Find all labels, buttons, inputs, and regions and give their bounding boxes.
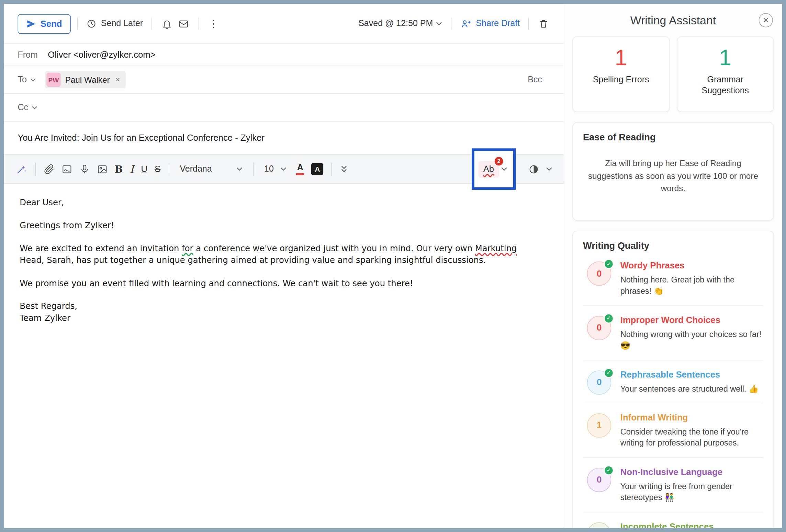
from-label: From xyxy=(18,50,37,60)
strikethrough-glyph: S xyxy=(155,164,161,174)
divider xyxy=(35,163,36,176)
stat-card: 1Spelling Errors xyxy=(572,36,670,112)
editor-options-dropdown[interactable] xyxy=(542,164,555,173)
stat-value: 1 xyxy=(573,45,669,70)
spellcheck-button[interactable]: Ab 2 xyxy=(478,161,499,177)
font-color-icon: A xyxy=(296,163,304,175)
paperclip-icon xyxy=(44,164,55,174)
cc-row[interactable]: Cc xyxy=(4,94,564,122)
contrast-icon xyxy=(528,164,539,174)
font-family-value: Verdana xyxy=(180,164,212,174)
email-paragraph: We are excited to extend an invitation f… xyxy=(20,243,532,266)
more-options-button[interactable]: ⋮ xyxy=(205,15,222,33)
quality-count-badge: 0✓ xyxy=(587,262,611,286)
font-color-button[interactable]: A xyxy=(292,161,308,178)
saved-versions-dropdown[interactable] xyxy=(433,19,445,28)
chevron-down-icon xyxy=(436,22,442,26)
quality-item[interactable]: 0✓Non-Inclusive LanguageYour writing is … xyxy=(583,457,763,511)
spellcheck-glyph: Ab xyxy=(483,164,494,174)
mail-compose-window: Send Send Later ⋮ Sa xyxy=(4,4,782,528)
insert-image-button[interactable] xyxy=(93,161,111,177)
quality-item-title: Informal Writing xyxy=(620,412,762,423)
font-size-dropdown[interactable]: 10 xyxy=(261,163,289,174)
assistant-header: Writing Assistant ✕ xyxy=(572,4,774,36)
cc-field-selector[interactable]: Cc xyxy=(18,103,37,113)
strikethrough-button[interactable]: S xyxy=(151,161,164,177)
reminder-button[interactable] xyxy=(159,15,176,32)
bcc-toggle[interactable]: Bcc xyxy=(525,74,545,85)
contrast-preview-button[interactable] xyxy=(525,161,542,177)
text-segment: We promise you an event filled with lear… xyxy=(20,278,413,288)
spellcheck-dropdown[interactable] xyxy=(499,165,509,173)
compose-pane: Send Send Later ⋮ Sa xyxy=(4,4,564,528)
ease-of-reading-card: Ease of Reading Zia will bring up her Ea… xyxy=(572,122,774,221)
share-draft-button[interactable]: Share Draft xyxy=(459,15,522,32)
to-label: To xyxy=(18,75,26,85)
divider xyxy=(169,163,169,176)
check-icon: ✓ xyxy=(604,465,614,475)
signature-icon xyxy=(61,164,72,174)
writing-quality-title: Writing Quality xyxy=(583,240,763,251)
quality-item-desc: Consider tweaking the tone if you're wri… xyxy=(620,427,762,449)
quality-item[interactable]: 1Informal WritingConsider tweaking the t… xyxy=(583,403,763,457)
to-field-selector[interactable]: To xyxy=(18,75,36,85)
quality-item[interactable]: 0✓Rephrasable SentencesYour sentences ar… xyxy=(583,360,763,403)
bold-button[interactable]: B xyxy=(111,161,126,177)
text-segment: Team Zylker xyxy=(20,313,70,323)
email-paragraph: Best Regards,Team Zylker xyxy=(20,300,532,324)
divider xyxy=(528,18,529,30)
error-count-badge: 2 xyxy=(494,156,504,166)
stat-card: 1Grammar Suggestions xyxy=(677,36,774,112)
delete-draft-button[interactable] xyxy=(536,16,552,32)
compose-action-toolbar: Send Send Later ⋮ Sa xyxy=(4,4,564,44)
quality-count-badge: 0✓ xyxy=(587,468,611,492)
highlight-color-icon: A xyxy=(311,163,323,175)
assistant-stats: 1Spelling Errors1Grammar Suggestions xyxy=(572,36,774,112)
quality-count-badge: 0✓ xyxy=(587,316,611,340)
quality-item[interactable]: 1Incomplete Sentences xyxy=(583,511,763,528)
send-later-label: Send Later xyxy=(101,19,143,28)
chevron-down-icon xyxy=(236,167,243,171)
underline-glyph: U xyxy=(141,164,147,174)
avatar: PW xyxy=(46,73,60,87)
template-button[interactable] xyxy=(175,15,192,32)
text-segment: Head, Sarah, has put together a unique g… xyxy=(20,255,486,265)
close-button[interactable]: ✕ xyxy=(759,13,773,27)
voice-input-button[interactable] xyxy=(76,161,93,177)
text-segment: Greetings from Zylker! xyxy=(20,221,114,230)
italic-button[interactable]: I xyxy=(126,161,137,178)
quality-count-badge: 0✓ xyxy=(587,370,611,395)
grammar-flagged-word[interactable]: for xyxy=(182,244,193,253)
quality-item[interactable]: 0✓Improper Word ChoicesNothing wrong wit… xyxy=(583,305,763,359)
text-segment: Dear User, xyxy=(20,198,64,207)
send-button[interactable]: Send xyxy=(18,14,70,33)
clock-icon xyxy=(86,19,96,28)
attach-file-button[interactable] xyxy=(41,161,58,177)
bold-glyph: B xyxy=(115,163,123,174)
text-segment: We are excited to extend an invitation xyxy=(20,244,182,253)
more-formatting-button[interactable] xyxy=(337,163,352,176)
check-icon: ✓ xyxy=(604,368,614,378)
quality-item-title: Incomplete Sentences xyxy=(620,521,762,528)
bell-icon xyxy=(162,19,172,29)
quality-item[interactable]: 0✓Wordy PhrasesNothing here. Great job w… xyxy=(583,251,763,305)
send-later-button[interactable]: Send Later xyxy=(84,16,145,32)
font-family-dropdown[interactable]: Verdana xyxy=(177,163,246,174)
recipient-chip[interactable]: PW Paul Walker × xyxy=(45,71,126,88)
double-chevron-down-icon xyxy=(340,165,348,173)
envelope-icon xyxy=(178,19,189,29)
stat-label: Grammar Suggestions xyxy=(677,74,773,96)
window-frame: Send Send Later ⋮ Sa xyxy=(0,0,786,532)
divider xyxy=(253,163,254,176)
spelling-flagged-word[interactable]: Markuting xyxy=(475,244,517,253)
trash-icon xyxy=(539,19,549,28)
underline-button[interactable]: U xyxy=(137,161,151,177)
quality-item-desc: Your writing is free from gender stereot… xyxy=(620,481,762,504)
divider xyxy=(151,18,152,30)
remove-recipient-button[interactable]: × xyxy=(114,75,121,84)
insert-signature-button[interactable] xyxy=(58,161,76,177)
highlight-color-button[interactable]: A xyxy=(308,161,327,178)
quality-item-title: Non-Inclusive Language xyxy=(620,467,762,477)
ai-assist-button[interactable] xyxy=(12,161,31,177)
email-body[interactable]: Dear User,Greetings from Zylker!We are e… xyxy=(4,184,564,528)
